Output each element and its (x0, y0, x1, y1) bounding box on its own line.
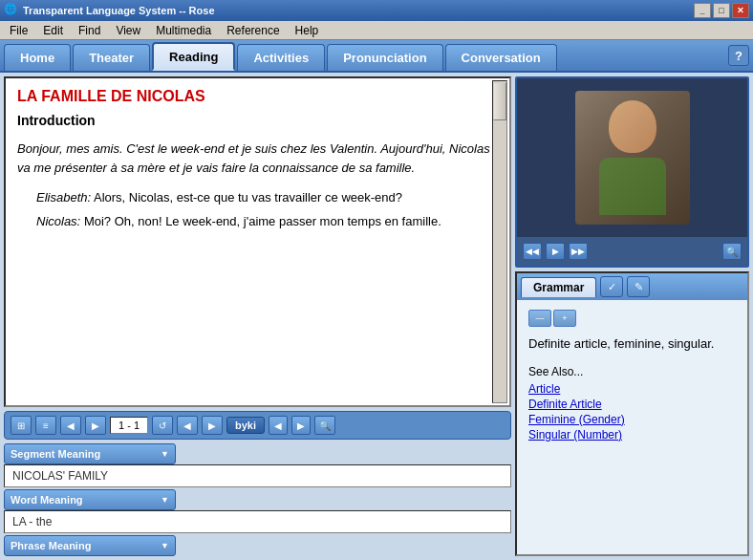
phrase-meaning-panel: Phrase Meaning ▼ (4, 535, 511, 556)
speaker-1: Elisabeth: (36, 190, 91, 205)
v-forward-button[interactable]: ▶▶ (569, 243, 588, 260)
settings-button[interactable]: ≡ (35, 416, 56, 435)
text-title: LA FAMILLE DE NICOLAS (17, 88, 498, 105)
word-meaning-panel: Word Meaning ▼ LA - the (4, 489, 511, 533)
tab-reading[interactable]: Reading (152, 42, 235, 71)
tab-bar: Home Theater Reading Activities Pronunci… (0, 40, 753, 73)
scrollbar-thumb[interactable] (493, 82, 506, 120)
playback-controls: ⊞ ≡ ◀ ▶ 1 - 1 ↺ ◀ ▶ byki ◀ ▶ 🔍 (4, 411, 511, 440)
phrase-meaning-header[interactable]: Phrase Meaning ▼ (4, 535, 176, 556)
menubar: File Edit Find View Multimedia Reference… (0, 21, 753, 40)
word-dropdown-arrow: ▼ (161, 495, 169, 505)
grammar-tab[interactable]: Grammar (521, 277, 596, 297)
speaker-2: Nicolas: (36, 214, 80, 228)
tab-activities[interactable]: Activities (237, 44, 325, 71)
video-content (517, 78, 747, 237)
text-body: Bonjour, mes amis. C'est le week-end et … (17, 140, 498, 177)
scrollbar[interactable] (492, 80, 507, 403)
grammar-link-article[interactable]: Article (528, 382, 736, 396)
slideshow-button[interactable]: ⊞ (11, 416, 32, 435)
menu-reference[interactable]: Reference (219, 22, 287, 39)
text-dialog: Elisabeth: Alors, Nicolas, est-ce que tu… (36, 188, 498, 232)
grammar-nav-minus[interactable]: — (528, 310, 551, 327)
segment-meaning-panel: Segment Meaning ▼ NICOLAS' FAMILY (4, 443, 511, 487)
word-meaning-content: LA - the (4, 510, 511, 533)
video-controls: ◀◀ ▶ ▶▶ 🔍 (517, 237, 747, 266)
prev-button[interactable]: ◀ (177, 416, 198, 435)
tab-conversation[interactable]: Conversation (445, 44, 557, 71)
grammar-header: Grammar ✓ ✎ (517, 273, 747, 300)
segment-dropdown-arrow: ▼ (161, 449, 169, 459)
left-panel: LA FAMILLE DE NICOLAS Introduction Bonjo… (4, 76, 511, 556)
video-area: ◀◀ ▶ ▶▶ 🔍 (515, 76, 749, 268)
grammar-link-definite-article[interactable]: Definite Article (528, 398, 736, 411)
text-subtitle: Introduction (17, 113, 498, 128)
video-person (575, 91, 690, 225)
dialog-text-1: Alors, Nicolas, est-ce que tu vas travai… (94, 190, 402, 205)
v-play-button[interactable]: ▶ (546, 243, 565, 260)
window-controls: _ □ ✕ (694, 3, 749, 18)
menu-edit[interactable]: Edit (35, 22, 71, 39)
dialog-text-2: Moi? Oh, non! Le week-end, j'aime passer… (84, 214, 441, 228)
grammar-body: — + Definite article, feminine, singular… (517, 300, 747, 554)
menu-find[interactable]: Find (71, 22, 108, 39)
tab-pronunciation[interactable]: Pronunciation (327, 44, 442, 71)
word-meaning-label: Word Meaning (11, 494, 83, 506)
main-content: LA FAMILLE DE NICOLAS Introduction Bonjo… (0, 73, 753, 560)
grammar-link-feminine[interactable]: Feminine (Gender) (528, 413, 736, 426)
phrase-dropdown-arrow: ▼ (161, 541, 169, 550)
v-rewind-button[interactable]: ◀◀ (523, 243, 542, 260)
text-reading-area: LA FAMILLE DE NICOLAS Introduction Bonjo… (4, 76, 511, 407)
window-title: Transparent Language System -- Rose (23, 5, 694, 16)
grammar-nav: — + (528, 310, 736, 327)
app-icon: 🌐 (4, 3, 19, 18)
right-panel: ◀◀ ▶ ▶▶ 🔍 Grammar ✓ ✎ — + Definite artic… (515, 76, 749, 556)
dialog-line-1: Elisabeth: Alors, Nicolas, est-ce que tu… (36, 188, 498, 208)
grammar-description: Definite article, feminine, singular. (528, 334, 736, 354)
titlebar: 🌐 Transparent Language System -- Rose _ … (0, 0, 753, 21)
nav-right[interactable]: ▶ (291, 416, 311, 435)
tab-theater[interactable]: Theater (73, 44, 150, 71)
meaning-panels: Segment Meaning ▼ NICOLAS' FAMILY Word M… (4, 443, 511, 556)
help-button[interactable]: ? (728, 45, 749, 66)
tab-home[interactable]: Home (4, 44, 71, 71)
grammar-link-singular[interactable]: Singular (Number) (528, 428, 736, 442)
word-meaning-header[interactable]: Word Meaning ▼ (4, 489, 176, 510)
segment-meaning-content: NICOLAS' FAMILY (4, 464, 511, 487)
menu-view[interactable]: View (108, 22, 148, 39)
segment-meaning-label: Segment Meaning (11, 448, 100, 460)
zoom-button[interactable]: 🔍 (314, 416, 335, 435)
phrase-meaning-label: Phrase Meaning (11, 540, 91, 551)
segment-counter: 1 - 1 (110, 417, 148, 434)
minimize-button[interactable]: _ (694, 3, 711, 18)
close-button[interactable]: ✕ (732, 3, 749, 18)
see-also-title: See Also... (528, 365, 736, 378)
menu-help[interactable]: Help (288, 22, 327, 39)
nav-left[interactable]: ◀ (269, 416, 288, 435)
prev-segment-button[interactable]: ↺ (152, 416, 173, 435)
menu-multimedia[interactable]: Multimedia (148, 22, 219, 39)
play-button[interactable]: ▶ (85, 416, 106, 435)
grammar-checkmark-btn[interactable]: ✓ (600, 276, 623, 297)
grammar-nav-plus[interactable]: + (553, 310, 576, 327)
v-zoom-button[interactable]: 🔍 (722, 243, 742, 260)
grammar-panel: Grammar ✓ ✎ — + Definite article, femini… (515, 271, 749, 556)
grammar-pencil-btn[interactable]: ✎ (627, 276, 650, 297)
segment-meaning-header[interactable]: Segment Meaning ▼ (4, 443, 176, 464)
menu-file[interactable]: File (2, 22, 35, 39)
rewind-button[interactable]: ◀ (60, 416, 81, 435)
byki-button[interactable]: byki (226, 417, 265, 434)
next-button[interactable]: ▶ (202, 416, 223, 435)
maximize-button[interactable]: □ (713, 3, 730, 18)
dialog-line-2: Nicolas: Moi? Oh, non! Le week-end, j'ai… (36, 212, 498, 232)
